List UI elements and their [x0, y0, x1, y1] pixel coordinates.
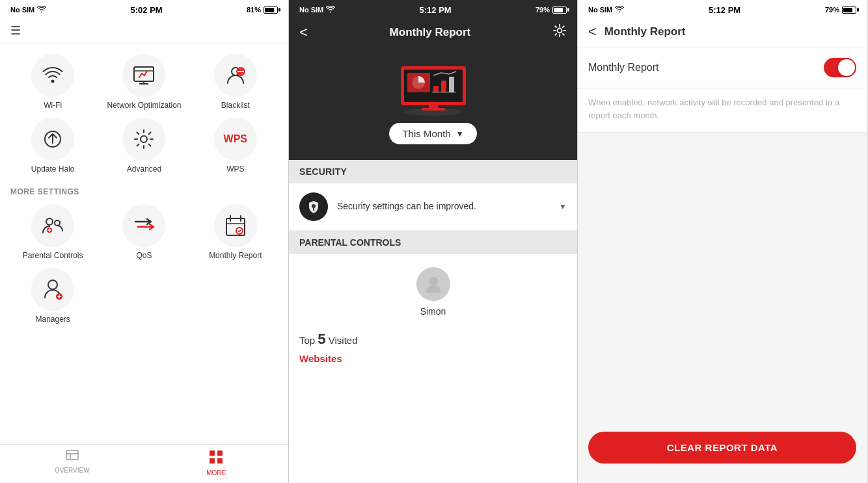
advanced-label: Advanced [127, 164, 161, 175]
svg-rect-28 [217, 458, 223, 463]
security-section-header: SECURITY [289, 160, 577, 183]
clear-report-data-button[interactable]: CLEAR REPORT DATA [588, 432, 856, 463]
status-left-3: No SIM [588, 6, 624, 14]
wps-icon: WPS [214, 118, 257, 161]
network-opt-label: Network Optimization [107, 101, 181, 111]
managers-label: Managers [35, 315, 70, 325]
svg-rect-32 [422, 108, 445, 111]
wifi-grid-icon [31, 54, 74, 97]
month-text: This Month [402, 128, 450, 139]
svg-rect-26 [217, 450, 223, 456]
month-selector[interactable]: This Month ▼ [389, 123, 476, 144]
phone3-nav-header: < Monthly Report [578, 18, 867, 47]
svg-point-43 [429, 277, 438, 286]
overview-label: OVERVIEW [55, 467, 90, 474]
grid-item-managers[interactable]: Managers [10, 268, 95, 325]
wifi-icon-1 [37, 6, 46, 14]
svg-point-20 [48, 280, 57, 289]
svg-point-29 [557, 29, 562, 33]
top-suffix: Visited [329, 335, 358, 346]
advanced-icon [122, 118, 165, 161]
status-left-1: No SIM [10, 6, 46, 14]
phone3-spacer [578, 233, 867, 419]
grid-item-advanced[interactable]: Advanced [102, 118, 186, 175]
overview-icon [66, 450, 79, 465]
battery-pct-2: 79% [536, 6, 550, 14]
monthly-report-toggle[interactable] [824, 58, 856, 77]
security-icon [299, 192, 328, 221]
more-settings-label: MORE SETTINGS [0, 179, 288, 202]
main-grid: Wi-Fi Network Optimization [0, 44, 288, 179]
status-right-2: 79% [536, 6, 567, 14]
security-text: Security settings can be improved. [337, 200, 550, 213]
report-illustration [394, 59, 472, 118]
grid-item-qos[interactable]: QoS [102, 204, 186, 261]
grid-item-wps[interactable]: WPS WPS [193, 118, 278, 175]
toggle-knob [838, 59, 855, 76]
bottom-nav: OVERVIEW MORE [0, 444, 288, 483]
status-bar-1: No SIM 5:02 PM 81% [0, 0, 288, 18]
top-visited-row: Top 5 Visited [289, 323, 577, 353]
top-number: 5 [318, 331, 325, 347]
user-name: Simon [420, 306, 446, 317]
svg-point-11 [55, 220, 60, 226]
battery-pct-1: 81% [247, 6, 261, 14]
back-button-2[interactable]: < [299, 24, 308, 41]
security-chevron-icon: ▼ [559, 202, 567, 211]
settings-gear-button[interactable] [552, 23, 567, 41]
security-row[interactable]: Security settings can be improved. ▼ [289, 183, 577, 231]
battery-icon-2 [552, 7, 567, 14]
phone-screen-3: No SIM 5:12 PM 79% < [578, 0, 867, 483]
phone-screen-2: No SIM 5:12 PM 79% < [289, 0, 578, 483]
svg-rect-39 [449, 77, 454, 92]
carrier-3: No SIM [588, 6, 612, 14]
nav-overview[interactable]: OVERVIEW [0, 445, 144, 483]
qos-label: QoS [136, 251, 152, 261]
network-opt-icon [122, 54, 165, 97]
grid-item-parental[interactable]: Parental Controls [10, 204, 95, 261]
update-halo-label: Update Halo [31, 164, 75, 175]
status-right-1: 81% [247, 6, 278, 14]
grid-item-wifi[interactable]: Wi-Fi [10, 54, 95, 111]
menu-button[interactable]: ☰ [10, 24, 21, 37]
back-button-3[interactable]: < [588, 23, 597, 40]
dropdown-arrow-icon: ▼ [456, 129, 464, 138]
svg-point-9 [141, 136, 147, 142]
wifi-label: Wi-Fi [44, 101, 62, 111]
carrier-1: No SIM [10, 6, 34, 14]
status-time-2: 5:12 PM [420, 5, 452, 15]
phone2-hero: This Month ▼ [289, 46, 577, 160]
grid-item-monthly-report[interactable]: Monthly Report [193, 204, 278, 261]
svg-point-0 [51, 80, 55, 83]
phone2-nav-header: < Monthly Report [289, 18, 577, 46]
battery-icon-3 [842, 7, 856, 14]
visited-footer: Websites [289, 353, 577, 367]
svg-point-10 [46, 218, 53, 225]
qos-icon [122, 204, 165, 247]
grid-item-update-halo[interactable]: Update Halo [10, 118, 95, 175]
phone1-header: ☰ [0, 18, 288, 44]
nav-more[interactable]: MORE [144, 445, 289, 483]
grid-item-blacklist[interactable]: Blacklist [193, 54, 278, 111]
parental-label: Parental Controls [23, 251, 83, 261]
monthly-report-toggle-row: Monthly Report [578, 47, 867, 88]
update-halo-icon [31, 118, 74, 161]
status-time-1: 5:02 PM [131, 5, 163, 15]
toggle-description: When enabled, network activity will be r… [578, 88, 867, 133]
grid-item-network-opt[interactable]: Network Optimization [102, 54, 186, 111]
svg-rect-22 [66, 450, 78, 460]
managers-icon [31, 268, 74, 311]
user-avatar [416, 267, 450, 301]
status-bar-2: No SIM 5:12 PM 79% [289, 0, 577, 18]
phone2-title: Monthly Report [390, 26, 471, 39]
monthly-report-label: Monthly Report [209, 251, 262, 261]
phone3-title: Monthly Report [604, 25, 686, 38]
status-left-2: No SIM [299, 6, 335, 14]
svg-rect-25 [210, 450, 215, 456]
websites-link[interactable]: Websites [299, 353, 342, 364]
parental-icon [31, 204, 74, 247]
carrier-2: No SIM [299, 6, 323, 14]
parental-section-header: PARENTAL CONTROLS [289, 231, 577, 254]
battery-pct-3: 79% [825, 6, 839, 14]
more-icon [209, 450, 223, 467]
